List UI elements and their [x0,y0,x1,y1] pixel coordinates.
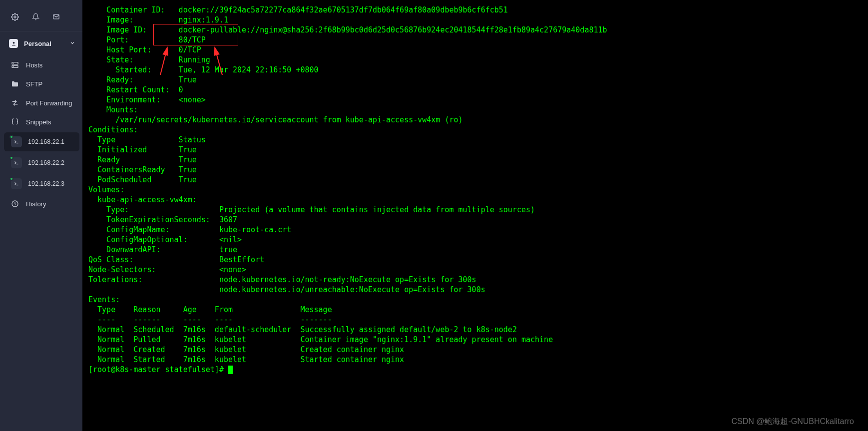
shell-prompt: [root@k8s-master statefulset]# [88,365,228,374]
svg-point-6 [13,66,13,67]
online-dot-icon [9,156,13,160]
host-chip-icon [11,157,22,168]
host-label: 192.168.22.1 [28,138,64,145]
nav-snippets-label: Snippets [26,118,51,126]
host-item-3[interactable]: 192.168.22.3 [4,174,79,193]
nav-portfwd-label: Port Forwarding [26,99,72,107]
gear-icon[interactable] [11,13,19,22]
watermark-text: CSDN @鲍海超-GNUBHCkalitarro [731,417,854,427]
host-chip-icon [11,178,22,189]
chevron-down-icon [69,40,75,47]
host-chip-icon [11,136,22,147]
top-icon-row [0,4,82,31]
workspace-switcher[interactable]: Personal [0,33,82,53]
host-item-1[interactable]: 192.168.22.1 [4,132,79,151]
nav-hosts[interactable]: Hosts [0,55,82,74]
svg-point-0 [14,16,16,18]
nav-portfwd[interactable]: Port Forwarding [0,93,82,112]
terminal-cursor [228,366,233,374]
host-label: 192.168.22.2 [28,159,64,166]
host-item-2[interactable]: 192.168.22.2 [4,153,79,172]
svg-point-5 [13,63,13,63]
host-label: 192.168.22.3 [28,180,64,187]
sidebar: Personal Hosts SFTP Port Forwarding Snip… [0,0,82,431]
workspace-label: Personal [24,40,63,47]
online-dot-icon [9,177,13,181]
bell-icon[interactable] [32,13,39,22]
nav-history-label: History [26,200,46,208]
nav-history[interactable]: History [0,194,82,213]
message-icon[interactable] [52,13,60,22]
online-dot-icon [9,135,13,139]
nav-sftp-label: SFTP [26,80,42,88]
terminal-output[interactable]: Container ID: docker://39f24ac5a72277ca8… [82,0,868,431]
nav-snippets[interactable]: Snippets [0,112,82,131]
workspace-icon [9,39,18,48]
nav-hosts-label: Hosts [26,61,42,69]
svg-point-2 [12,41,14,43]
nav-sftp[interactable]: SFTP [0,74,82,93]
